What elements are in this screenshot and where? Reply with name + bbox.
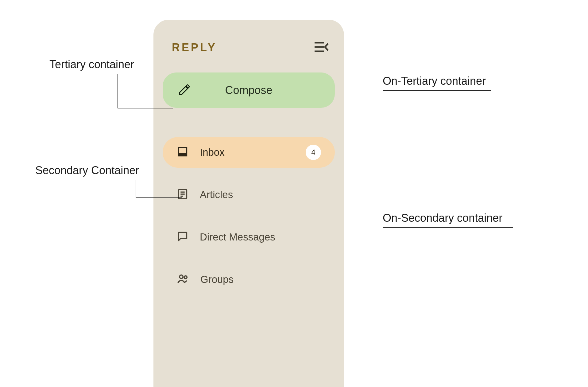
annotation-line (136, 180, 136, 197)
annotation-tertiary: Tertiary container (49, 58, 134, 71)
chat-icon (176, 230, 189, 244)
svg-point-8 (180, 275, 183, 278)
annotation-line (228, 203, 383, 203)
annotation-line (275, 119, 383, 119)
annotation-line (383, 90, 383, 119)
annotation-line (50, 74, 118, 74)
navigation-drawer: REPLY Compose Inbox 4 (153, 20, 344, 387)
annotation-line (118, 108, 173, 108)
nav-item-inbox[interactable]: Inbox 4 (163, 137, 335, 168)
badge-count: 4 (306, 145, 321, 160)
compose-label: Compose (225, 84, 272, 97)
annotation-line (136, 197, 182, 198)
nav-item-label: Groups (200, 274, 234, 285)
compose-button[interactable]: Compose (163, 72, 335, 108)
annotation-secondary: Secondary Container (35, 164, 139, 177)
annotation-line (118, 74, 118, 108)
inbox-icon (176, 146, 189, 159)
annotation-line (36, 180, 136, 180)
nav-item-label: Inbox (200, 147, 225, 158)
nav-item-groups[interactable]: Groups (163, 264, 335, 295)
drawer-header: REPLY (153, 20, 344, 54)
annotation-line (383, 227, 513, 228)
svg-rect-3 (179, 153, 187, 156)
annotation-line (383, 90, 491, 91)
nav-item-articles[interactable]: Articles (163, 179, 335, 210)
svg-point-9 (184, 276, 187, 279)
group-icon (176, 272, 189, 287)
nav-item-label: Articles (200, 189, 233, 201)
nav-item-label: Direct Messages (200, 231, 275, 243)
pencil-icon (178, 83, 191, 97)
article-icon (176, 188, 189, 201)
annotation-line (383, 203, 383, 227)
menu-close-icon[interactable] (315, 41, 329, 54)
nav-item-direct-messages[interactable]: Direct Messages (163, 222, 335, 252)
annotation-on-tertiary: On-Tertiary container (383, 75, 486, 88)
brand-label: REPLY (172, 41, 217, 54)
annotation-on-secondary: On-Secondary container (383, 212, 502, 225)
